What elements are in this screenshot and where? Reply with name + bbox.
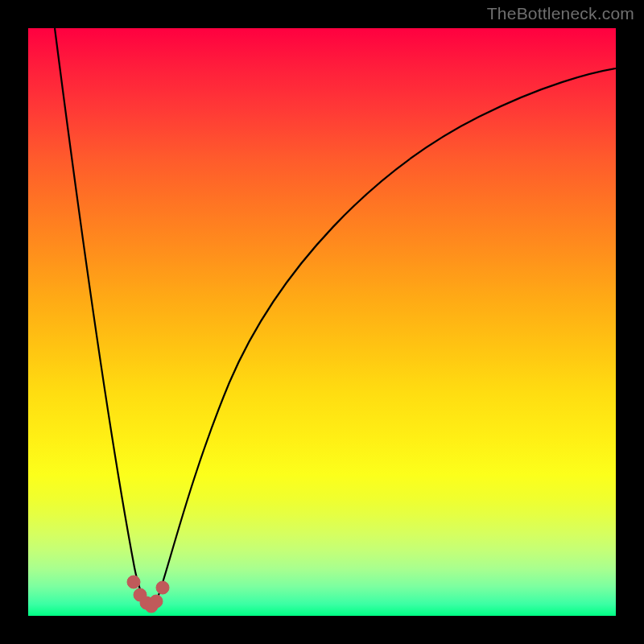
curve-layer xyxy=(28,28,616,616)
watermark-text: TheBottleneck.com xyxy=(487,4,634,23)
curve-left-branch xyxy=(55,28,145,600)
valley-dot xyxy=(150,595,163,608)
valley-dot xyxy=(156,581,169,594)
plot-area xyxy=(28,28,616,616)
valley-cluster xyxy=(127,576,169,613)
valley-dot xyxy=(127,576,140,588)
chart-frame: TheBottleneck.com xyxy=(0,0,644,644)
curve-right-branch xyxy=(157,68,616,600)
